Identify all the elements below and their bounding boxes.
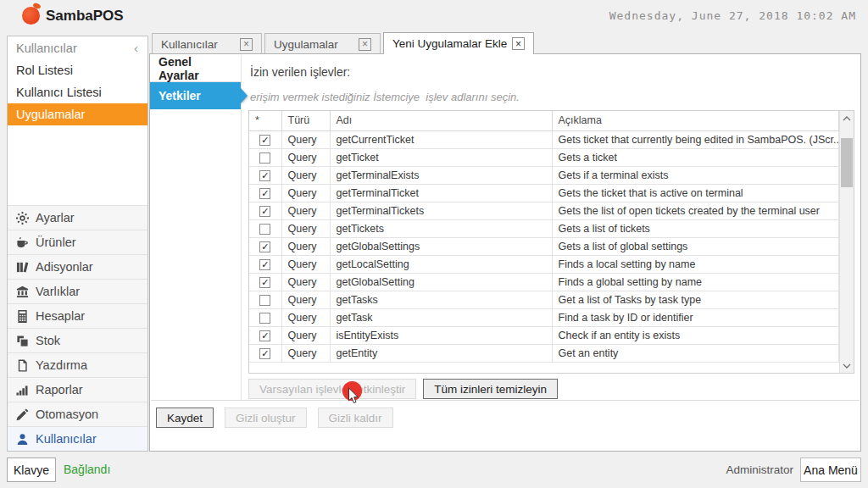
clear-all-permissions-button[interactable]: Tüm izinleri temizleyin — [423, 379, 558, 399]
checkbox-checked-icon[interactable]: ✓ — [259, 277, 270, 288]
permissions-title: İzin verilen işlevler: — [250, 65, 854, 79]
column-header-t-r[interactable]: Türü — [281, 111, 330, 130]
cell-description: Get a list of Tasks by task type — [552, 291, 839, 308]
create-hidden-button[interactable]: Gizli oluştur — [225, 408, 307, 428]
sidebar-module-varl-klar[interactable]: Varlıklar — [8, 279, 147, 303]
table-body: ✓QuerygetCurrentTicketGets ticket that c… — [249, 130, 839, 362]
collapse-chevron-icon[interactable]: ‹ — [134, 41, 138, 55]
cell-description: Gets the list of open tickets created by… — [552, 202, 839, 219]
tab-uygulamalar[interactable]: Uygulamalar× — [264, 33, 381, 54]
table-row[interactable]: ✓QuerygetGlobalSettingsGets a list of gl… — [249, 237, 839, 255]
cell-description: Gets if a terminal exists — [552, 166, 839, 184]
cell-checkbox — [249, 148, 281, 166]
sidebar-spacer — [8, 125, 147, 205]
close-icon[interactable]: × — [240, 38, 253, 51]
column-header-a-klama[interactable]: Açıklama — [552, 111, 839, 130]
sidebar-module-kullan-c-lar[interactable]: Kullanıcılar — [8, 426, 147, 451]
cell-checkbox: ✓ — [249, 344, 281, 362]
table-header-row: *TürüAdıAçıklama — [249, 111, 839, 130]
cell-checkbox: ✓ — [249, 255, 281, 273]
close-icon[interactable]: × — [359, 38, 371, 51]
column-header-[interactable]: * — [249, 111, 281, 130]
gear-icon — [15, 211, 29, 225]
coffee-cup-icon — [15, 236, 29, 249]
vertical-scrollbar[interactable] — [839, 111, 854, 373]
app-logo: SambaPOS — [22, 7, 124, 25]
table-row[interactable]: ✓QuerygetEntityGet an entity — [249, 344, 839, 362]
save-button[interactable]: Kaydet — [156, 408, 214, 428]
table-row[interactable]: ✓QuerygetTerminalTicketGets the ticket t… — [249, 184, 839, 202]
checkbox-checked-icon[interactable]: ✓ — [259, 206, 270, 217]
table-row[interactable]: ✓QuerygetTerminalExistsGets if a termina… — [249, 166, 839, 184]
content-panel: Genel AyarlarYetkiler İzin verilen işlev… — [149, 53, 861, 452]
checkbox-unchecked-icon[interactable] — [259, 313, 270, 324]
settings-tab-genel-ayarlar[interactable]: Genel Ayarlar — [150, 55, 241, 82]
sidebar-nav: Rol ListesiKullanıcı ListesiUygulamalar — [8, 59, 147, 125]
table-row[interactable]: ✓QuerygetGlobalSettingFinds a global set… — [249, 273, 839, 291]
cell-name: getTerminalExists — [330, 166, 552, 184]
main-menu-button[interactable]: Ana Menü — [800, 458, 861, 482]
module-label: Ürünler — [36, 236, 76, 249]
sidebar-module-hesaplar[interactable]: Hesaplar — [8, 303, 147, 328]
table-row[interactable]: QuerygetTaskFind a task by ID or identif… — [249, 308, 839, 326]
table-row[interactable]: ✓QueryisEntityExistsCheck if an entity i… — [249, 326, 839, 344]
checkbox-checked-icon[interactable]: ✓ — [259, 135, 270, 146]
cell-checkbox: ✓ — [249, 326, 281, 344]
settings-tab-yetkiler[interactable]: Yetkiler — [150, 82, 241, 109]
sidebar-module-r-nler[interactable]: Ürünler — [8, 230, 147, 254]
cell-type: Query — [281, 148, 330, 166]
remove-hidden-button[interactable]: Gizli kaldır — [318, 408, 393, 428]
checkbox-checked-icon[interactable]: ✓ — [259, 259, 270, 270]
close-icon[interactable]: × — [512, 37, 525, 50]
cell-type: Query — [281, 273, 330, 291]
scroll-down-icon[interactable] — [840, 358, 854, 373]
sidebar-module-otomasyon[interactable]: Otomasyon — [8, 402, 147, 426]
sidebar-modules: AyarlarÜrünlerAdisyonlarVarlıklarHesapla… — [8, 205, 147, 451]
enable-default-functions-button[interactable]: Varsayılan işlevleri etkinleştir — [248, 379, 416, 399]
tab-label: Yeni Uygulamalar Ekle — [392, 37, 507, 50]
cell-type: Query — [281, 237, 330, 255]
cell-description: Finds a local setting by name — [552, 255, 839, 273]
checkbox-unchecked-icon[interactable] — [259, 295, 270, 306]
table-row[interactable]: ✓QuerygetTerminalTicketsGets the list of… — [249, 202, 839, 219]
scroll-up-icon[interactable] — [840, 111, 854, 125]
checkbox-unchecked-icon[interactable] — [259, 224, 270, 235]
sidebar-module-ayarlar[interactable]: Ayarlar — [8, 205, 147, 230]
cell-name: getGlobalSetting — [330, 273, 552, 291]
column-header-ad[interactable]: Adı — [330, 111, 552, 130]
module-label: Ayarlar — [36, 211, 75, 225]
scrollbar-thumb[interactable] — [841, 138, 853, 187]
table-row[interactable]: QuerygetTasksGet a list of Tasks by task… — [249, 291, 839, 308]
cell-description: Gets a ticket — [552, 148, 839, 166]
table-row[interactable]: QuerygetTicketGets a ticket — [249, 148, 839, 166]
tab-yeni-uygulamalar-ekle[interactable]: Yeni Uygulamalar Ekle× — [383, 32, 534, 54]
sidebar-item-kullan-c-listesi[interactable]: Kullanıcı Listesi — [8, 81, 147, 103]
sidebar-item-rol-listesi[interactable]: Rol Listesi — [8, 59, 147, 81]
sidebar-module-adisyonlar[interactable]: Adisyonlar — [8, 254, 147, 279]
checkbox-unchecked-icon[interactable] — [259, 152, 270, 164]
cell-checkbox: ✓ — [249, 130, 281, 148]
cell-type: Query — [281, 130, 330, 148]
cell-checkbox — [249, 291, 281, 308]
table-row[interactable]: ✓QuerygetLocalSettingFinds a local setti… — [249, 255, 839, 273]
checkbox-checked-icon[interactable]: ✓ — [259, 241, 270, 252]
sidebar-item-uygulamalar[interactable]: Uygulamalar — [8, 103, 147, 125]
table-row[interactable]: ✓QuerygetCurrentTicketGets ticket that c… — [249, 130, 839, 148]
sidebar-module-yazd-rma[interactable]: Yazdırma — [8, 352, 147, 377]
bank-icon — [15, 285, 29, 298]
cell-description: Finds a global setting by name — [552, 273, 839, 291]
keyboard-button[interactable]: Klavye — [7, 458, 56, 482]
cell-name: getTerminalTickets — [330, 202, 552, 219]
checkbox-checked-icon[interactable]: ✓ — [259, 330, 270, 341]
tab-kullan-c-lar[interactable]: Kullanıcılar× — [152, 33, 262, 54]
cell-description: Check if an entity is exists — [552, 326, 839, 344]
sidebar-module-stok[interactable]: Stok — [8, 328, 147, 352]
sidebar-module-raporlar[interactable]: Raporlar — [8, 377, 147, 402]
checkbox-checked-icon[interactable]: ✓ — [259, 170, 270, 181]
app-title: SambaPOS — [46, 8, 124, 25]
cell-checkbox: ✓ — [249, 202, 281, 219]
cell-name: getTask — [330, 308, 552, 326]
checkbox-checked-icon[interactable]: ✓ — [259, 188, 270, 199]
table-row[interactable]: QuerygetTicketsGets a list of tickets — [249, 219, 839, 237]
checkbox-checked-icon[interactable]: ✓ — [259, 348, 270, 359]
